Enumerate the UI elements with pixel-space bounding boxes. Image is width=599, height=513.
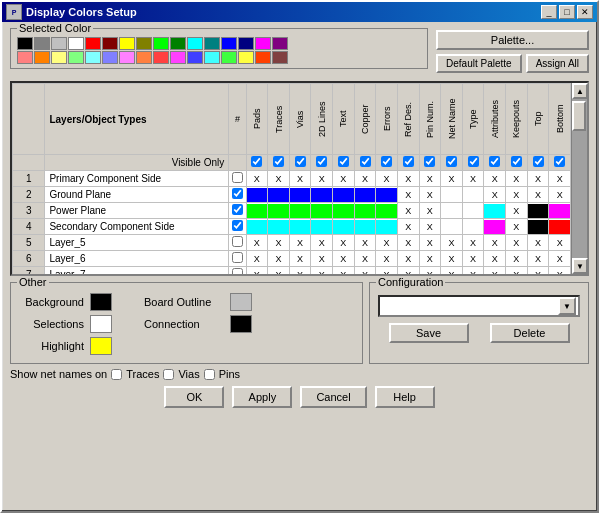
- color-cell[interactable]: [246, 187, 268, 203]
- color-block[interactable]: [311, 188, 332, 202]
- vo-top-check[interactable]: [533, 156, 544, 167]
- ok-button[interactable]: OK: [164, 386, 224, 408]
- swatch[interactable]: [221, 51, 237, 64]
- connection-color-swatch[interactable]: [230, 315, 252, 333]
- swatch[interactable]: [68, 37, 84, 50]
- swatch[interactable]: [51, 51, 67, 64]
- color-block[interactable]: [333, 220, 354, 234]
- minimize-button[interactable]: _: [541, 5, 557, 19]
- swatch[interactable]: [153, 51, 169, 64]
- vo-text[interactable]: [333, 155, 355, 171]
- swatch[interactable]: [204, 37, 220, 50]
- swatch[interactable]: [272, 37, 288, 50]
- board-outline-color-swatch[interactable]: [230, 293, 252, 311]
- color-block[interactable]: [528, 204, 549, 218]
- vo-2dlines[interactable]: [311, 155, 333, 171]
- apply-button[interactable]: Apply: [232, 386, 292, 408]
- pins-checkbox[interactable]: [204, 369, 215, 380]
- default-palette-button[interactable]: Default Palette: [436, 54, 522, 73]
- color-block[interactable]: [247, 204, 268, 218]
- vo-vias[interactable]: [289, 155, 311, 171]
- vo-copper[interactable]: [354, 155, 376, 171]
- vo-bottom[interactable]: [549, 155, 571, 171]
- vo-errors-check[interactable]: [381, 156, 392, 167]
- color-block[interactable]: [333, 188, 354, 202]
- swatch[interactable]: [51, 37, 67, 50]
- swatch[interactable]: [272, 51, 288, 64]
- swatch[interactable]: [187, 37, 203, 50]
- scroll-down-arrow[interactable]: ▼: [572, 258, 588, 274]
- color-block[interactable]: [484, 204, 505, 218]
- swatch[interactable]: [221, 37, 237, 50]
- color-block[interactable]: [549, 204, 570, 218]
- color-block[interactable]: [311, 204, 332, 218]
- swatch[interactable]: [102, 37, 118, 50]
- vo-attributes-check[interactable]: [489, 156, 500, 167]
- highlight-color-swatch[interactable]: [90, 337, 112, 355]
- vo-bottom-check[interactable]: [554, 156, 565, 167]
- color-block[interactable]: [290, 188, 311, 202]
- swatch[interactable]: [119, 51, 135, 64]
- swatch[interactable]: [119, 37, 135, 50]
- color-block[interactable]: [268, 204, 289, 218]
- swatch[interactable]: [136, 37, 152, 50]
- scroll-up-arrow[interactable]: ▲: [572, 83, 588, 99]
- swatch[interactable]: [85, 51, 101, 64]
- palette-button[interactable]: Palette...: [436, 30, 589, 50]
- color-block[interactable]: [355, 220, 376, 234]
- color-block[interactable]: [376, 188, 397, 202]
- vo-top[interactable]: [527, 155, 549, 171]
- swatch[interactable]: [153, 37, 169, 50]
- swatch[interactable]: [17, 37, 33, 50]
- help-button[interactable]: Help: [375, 386, 435, 408]
- vis-check[interactable]: [232, 204, 243, 215]
- swatch[interactable]: [255, 37, 271, 50]
- vo-refdes[interactable]: [397, 155, 419, 171]
- vo-pads[interactable]: [246, 155, 268, 171]
- color-block[interactable]: [376, 220, 397, 234]
- color-block[interactable]: [268, 188, 289, 202]
- swatch[interactable]: [238, 51, 254, 64]
- maximize-button[interactable]: □: [559, 5, 575, 19]
- swatch[interactable]: [204, 51, 220, 64]
- scroll-track[interactable]: [572, 99, 587, 258]
- close-button[interactable]: ✕: [577, 5, 593, 19]
- vo-pads-check[interactable]: [251, 156, 262, 167]
- vo-type[interactable]: [462, 155, 484, 171]
- vo-traces[interactable]: [268, 155, 290, 171]
- color-block[interactable]: [355, 188, 376, 202]
- swatch[interactable]: [34, 51, 50, 64]
- color-block[interactable]: [311, 220, 332, 234]
- config-input[interactable]: [382, 300, 558, 312]
- swatch[interactable]: [238, 37, 254, 50]
- swatch[interactable]: [255, 51, 271, 64]
- scrollbar-vertical[interactable]: ▲ ▼: [571, 83, 587, 274]
- vias-checkbox[interactable]: [163, 369, 174, 380]
- vo-pinnum-check[interactable]: [424, 156, 435, 167]
- vo-traces-check[interactable]: [273, 156, 284, 167]
- color-block[interactable]: [290, 204, 311, 218]
- save-button[interactable]: Save: [389, 323, 469, 343]
- vo-pinnum[interactable]: [419, 155, 441, 171]
- background-color-swatch[interactable]: [90, 293, 112, 311]
- vo-keepouts-check[interactable]: [511, 156, 522, 167]
- vo-2dlines-check[interactable]: [316, 156, 327, 167]
- vo-attributes[interactable]: [484, 155, 506, 171]
- vis-check[interactable]: [232, 188, 243, 199]
- vo-keepouts[interactable]: [506, 155, 528, 171]
- swatch[interactable]: [17, 51, 33, 64]
- vo-netname-check[interactable]: [446, 156, 457, 167]
- swatch[interactable]: [187, 51, 203, 64]
- color-block[interactable]: [528, 220, 549, 234]
- color-block[interactable]: [376, 204, 397, 218]
- color-block[interactable]: [549, 220, 570, 234]
- swatch[interactable]: [102, 51, 118, 64]
- color-block[interactable]: [247, 220, 268, 234]
- vo-text-check[interactable]: [338, 156, 349, 167]
- swatch[interactable]: [34, 37, 50, 50]
- config-dropdown-button[interactable]: ▼: [558, 297, 576, 315]
- cancel-button[interactable]: Cancel: [300, 386, 366, 408]
- color-block[interactable]: [484, 220, 505, 234]
- swatch[interactable]: [170, 37, 186, 50]
- vo-copper-check[interactable]: [360, 156, 371, 167]
